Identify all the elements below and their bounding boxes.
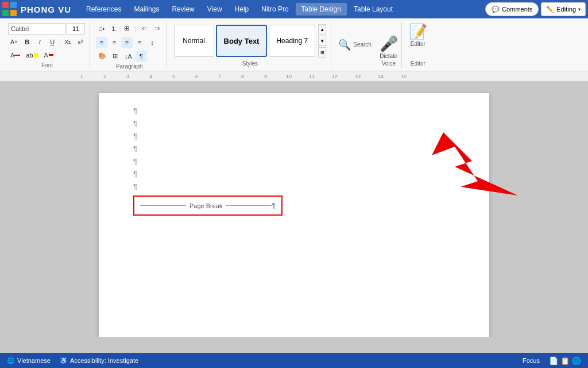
page-break-container: Page Break ¶ [133,195,455,216]
font-name-input[interactable]: Calibri [8,23,65,34]
border-button[interactable]: ⊞ [110,51,121,62]
ruler-10: 10 [286,74,292,79]
page-break-line-right [226,205,272,206]
top-right-actions: 💬 Comments ✏️ Editing ▾ [485,2,586,16]
align-center-button[interactable]: ≡ [109,37,120,48]
show-marks-button[interactable]: ¶ [136,51,147,62]
focus-label: Focus [523,357,540,364]
editing-label: Editing [556,6,576,13]
font-color-button[interactable]: A [8,49,22,61]
style-normal-button[interactable]: Normal [174,25,214,57]
dictate-label: Dictate [380,53,397,59]
logo-squares [2,2,17,17]
print-layout-button[interactable]: 📋 [560,356,570,365]
align-right-button[interactable]: ≡ [121,37,133,48]
editor-icon: 📝 [409,23,427,41]
bold-button[interactable]: B [21,36,33,48]
editor-section: 📝 Editor Editor [404,22,432,68]
logo-sq-yellow [10,10,17,16]
ruler-9: 9 [264,74,267,79]
styles-section-label: Styles [174,59,327,67]
styles-scroll-down[interactable]: ▼ [318,36,326,46]
para-mark-7: ¶ [133,181,455,193]
status-view-buttons: 📄 📋 🌐 [549,356,581,365]
increase-indent-button[interactable]: ⇒ [152,23,163,34]
status-right: Focus 📄 📋 🌐 [523,356,581,365]
ruler-2: 2 [103,74,106,79]
comments-button[interactable]: 💬 Comments [485,2,539,16]
document-page[interactable]: ¶ ¶ ¶ ¶ ¶ ¶ ¶ Page Break ¶ [99,93,489,337]
justify-button[interactable]: ≡ [134,37,145,48]
styles-expand[interactable]: ⊞ [318,47,326,57]
language-icon: 🌐 [7,357,15,365]
subscript-button[interactable]: x₂ [62,36,74,48]
menu-table-layout[interactable]: Table Layout [348,3,399,16]
bullets-button[interactable]: ≡• [96,23,107,34]
style-heading-button[interactable]: Heading 7 [269,25,315,57]
styles-scroll-up[interactable]: ▲ [318,24,326,34]
para-row3: 🎨 ⊞ ↕A ¶ [96,51,163,62]
menu-view[interactable]: View [202,3,228,16]
clear-format-button[interactable]: A✕ [8,36,20,48]
superscript-button[interactable]: x² [75,36,86,48]
document-area: ¶ ¶ ¶ ¶ ¶ ¶ ¶ Page Break ¶ [0,82,588,337]
page-break-box: Page Break ¶ [133,195,283,216]
menu-help[interactable]: Help [229,3,255,16]
underline-button[interactable]: U [47,36,58,48]
web-layout-button[interactable]: 🌐 [572,356,581,365]
sort-button[interactable]: ↕A [122,51,134,62]
multilevel-button[interactable]: ⊞ [121,23,133,34]
ruler-7: 7 [218,74,221,79]
italic-button[interactable]: I [34,36,45,48]
editor-section-label: Editor [411,59,425,67]
style-body-text-button[interactable]: Body Text [216,25,268,57]
text-color-button[interactable]: A [42,49,56,61]
menu-review[interactable]: Review [166,3,200,16]
logo-sq-blue [10,2,17,8]
line-spacing-button[interactable]: ↕ [146,37,158,48]
status-accessibility[interactable]: ♿ Accessibility: Investigate [60,357,138,365]
ruler-14: 14 [378,74,384,79]
app-logo: PHONG VU [2,2,71,17]
status-language[interactable]: 🌐 Vietnamese [7,357,51,365]
menu-mailings[interactable]: Mailings [128,3,165,16]
align-left-button[interactable]: ≡ [96,37,107,48]
logo-sq-green [2,10,9,16]
menu-nitro-pro[interactable]: Nitro Pro [256,3,294,16]
styles-section: Normal Body Text Heading 7 ▲ ▼ ⊞ Styles [169,22,332,68]
menu-table-design[interactable]: Table Design [296,3,347,16]
ruler-4: 4 [149,74,152,79]
accessibility-label: Accessibility: Investigate [70,357,138,364]
ruler-15: 15 [401,74,407,79]
decrease-indent-button[interactable]: ⇐ [139,23,150,34]
styles-buttons: Normal Body Text Heading 7 ▲ ▼ ⊞ [174,23,327,59]
ribbon-toolbar: Calibri 11 A✕ B I U | x₂ x² A ab A Font … [0,18,588,71]
para-row2: ≡ ≡ ≡ ≡ ↕ [96,37,163,48]
shading-button[interactable]: 🎨 [96,51,109,62]
ruler-12: 12 [332,74,338,79]
para-mark-4: ¶ [133,143,455,155]
ruler-6: 6 [195,74,198,79]
menu-references[interactable]: References [80,3,127,16]
pen-icon: ✏️ [546,6,554,13]
chevron-down-icon: ▾ [578,7,581,12]
font-top-row: Calibri 11 [8,23,86,34]
search-button[interactable]: 🔍 [336,39,353,51]
comments-label: Comments [502,6,532,13]
microphone-icon: 🎤 [380,35,398,53]
search-label: Search [353,41,372,48]
ruler-3: 3 [126,74,129,79]
para-mark-6: ¶ [133,168,455,181]
highlight-button[interactable]: ab [24,49,40,61]
numbering-button[interactable]: 1. [109,23,120,34]
font-size-input[interactable]: 11 [67,23,85,34]
dictate-area: 🎤 Dictate [380,35,398,59]
para-mark-1: ¶ [133,105,455,117]
status-focus[interactable]: Focus [523,357,540,364]
font-format-row: A✕ B I U | x₂ x² [8,36,86,48]
para-mark-5: ¶ [133,155,455,168]
editing-button[interactable]: ✏️ Editing ▾ [541,2,586,16]
ruler-5: 5 [172,74,175,79]
read-mode-button[interactable]: 📄 [549,356,558,365]
comment-icon: 💬 [492,6,500,13]
